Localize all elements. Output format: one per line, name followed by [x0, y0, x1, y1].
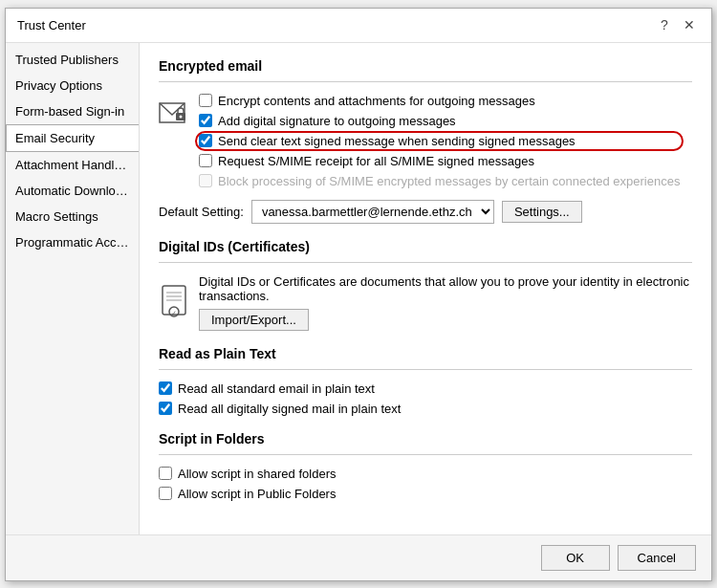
read-plain-row-2: Read all digitally signed mail in plain …: [159, 402, 692, 416]
title-bar-controls: ? ✕: [654, 14, 700, 35]
cancel-button[interactable]: Cancel: [618, 545, 696, 571]
digital-ids-title: Digital IDs (Certificates): [159, 239, 692, 254]
help-button[interactable]: ?: [654, 14, 675, 35]
block-smime-label: Block processing of S/MIME encrypted mes…: [218, 174, 680, 188]
block-smime-checkbox: [199, 174, 212, 187]
encrypted-email-checkboxes: Encrypt contents and attachments for out…: [199, 94, 680, 188]
send-clear-text-label[interactable]: Send clear text signed message when send…: [218, 134, 576, 148]
read-signed-checkbox[interactable]: [159, 402, 172, 415]
import-export-button[interactable]: Import/Export...: [199, 309, 309, 331]
dialog-footer: OK Cancel: [6, 534, 711, 580]
encrypted-email-title: Encrypted email: [159, 58, 692, 74]
dialog-body: Trusted Publishers Privacy Options Form-…: [6, 43, 711, 534]
certificate-icon: ✓: [159, 284, 189, 320]
read-plain-divider: [159, 369, 692, 370]
digital-ids-section: Digital IDs (Certificates) ✓: [159, 239, 692, 331]
encrypt-contents-label[interactable]: Encrypt contents and attachments for out…: [218, 94, 535, 108]
allow-shared-label[interactable]: Allow script in shared folders: [178, 467, 336, 481]
svg-text:✓: ✓: [171, 310, 177, 316]
checkbox-row-4: Request S/MIME receipt for all S/MIME si…: [199, 154, 680, 168]
close-button[interactable]: ✕: [679, 14, 700, 35]
sidebar-item-attachment-handling[interactable]: Attachment Handling: [6, 152, 139, 178]
encrypted-email-divider: [159, 81, 692, 82]
request-smime-label[interactable]: Request S/MIME receipt for all S/MIME si…: [218, 154, 534, 168]
read-standard-checkbox[interactable]: [159, 381, 172, 395]
email-icon-row: Encrypt contents and attachments for out…: [159, 94, 692, 188]
add-signature-label[interactable]: Add digital signature to outgoing messag…: [218, 114, 456, 128]
request-smime-checkbox[interactable]: [199, 154, 212, 167]
checkbox-row-5: Block processing of S/MIME encrypted mes…: [199, 174, 680, 188]
default-setting-select[interactable]: vanessa.barmettler@lernende.ethz.ch: [251, 200, 494, 224]
ok-button[interactable]: OK: [541, 545, 610, 571]
settings-button[interactable]: Settings...: [502, 201, 582, 223]
sidebar-item-trusted-publishers[interactable]: Trusted Publishers: [6, 47, 139, 73]
read-plain-checkboxes: Read all standard email in plain text Re…: [159, 381, 692, 416]
checkbox-row-3: Send clear text signed message when send…: [199, 134, 680, 148]
svg-point-2: [180, 115, 183, 118]
script-folders-row-1: Allow script in shared folders: [159, 467, 692, 481]
checkbox-row-2: Add digital signature to outgoing messag…: [199, 114, 680, 128]
title-bar: Trust Center ? ✕: [6, 9, 711, 43]
script-folders-checkboxes: Allow script in shared folders Allow scr…: [159, 467, 692, 501]
email-icon-svg: [159, 99, 189, 126]
checkbox-row-1: Encrypt contents and attachments for out…: [199, 94, 680, 108]
dialog-title: Trust Center: [17, 18, 86, 33]
send-clear-text-checkbox[interactable]: [199, 134, 212, 147]
allow-public-checkbox[interactable]: [159, 487, 172, 500]
default-setting-row: Default Setting: vanessa.barmettler@lern…: [159, 200, 692, 224]
encrypted-email-section: Encrypted email: [159, 58, 692, 224]
encrypt-contents-checkbox[interactable]: [199, 94, 212, 107]
digital-icon-row: ✓ Digital IDs or Certificates are docume…: [159, 274, 692, 331]
digital-ids-description: Digital IDs or Certificates are document…: [199, 274, 692, 303]
read-plain-title: Read as Plain Text: [159, 346, 692, 361]
read-standard-label[interactable]: Read all standard email in plain text: [178, 381, 375, 396]
sidebar-item-privacy-options[interactable]: Privacy Options: [6, 73, 139, 98]
certificate-icon-svg: ✓: [161, 285, 187, 319]
digital-ids-divider: [159, 262, 692, 263]
allow-public-label[interactable]: Allow script in Public Folders: [178, 487, 336, 501]
sidebar: Trusted Publishers Privacy Options Form-…: [6, 43, 140, 534]
sidebar-item-form-based-signin[interactable]: Form-based Sign-in: [6, 98, 139, 124]
digital-ids-content: Digital IDs or Certificates are document…: [199, 274, 692, 331]
add-signature-checkbox[interactable]: [199, 114, 212, 127]
script-folders-title: Script in Folders: [159, 431, 692, 446]
default-setting-label: Default Setting:: [159, 205, 244, 219]
sidebar-item-email-security[interactable]: Email Security: [6, 124, 139, 152]
read-plain-section: Read as Plain Text Read all standard ema…: [159, 346, 692, 416]
email-icon: [159, 98, 189, 128]
trust-center-dialog: Trust Center ? ✕ Trusted Publishers Priv…: [5, 8, 712, 581]
read-signed-label[interactable]: Read all digitally signed mail in plain …: [178, 402, 401, 416]
script-folders-row-2: Allow script in Public Folders: [159, 487, 692, 501]
content-area: Encrypted email: [140, 43, 711, 534]
read-plain-row-1: Read all standard email in plain text: [159, 381, 692, 396]
sidebar-item-macro-settings[interactable]: Macro Settings: [6, 204, 139, 229]
script-folders-divider: [159, 454, 692, 455]
sidebar-item-programmatic-access[interactable]: Programmatic Access: [6, 229, 139, 255]
allow-shared-checkbox[interactable]: [159, 467, 172, 480]
script-folders-section: Script in Folders Allow script in shared…: [159, 431, 692, 501]
sidebar-item-automatic-download[interactable]: Automatic Download: [6, 178, 139, 204]
